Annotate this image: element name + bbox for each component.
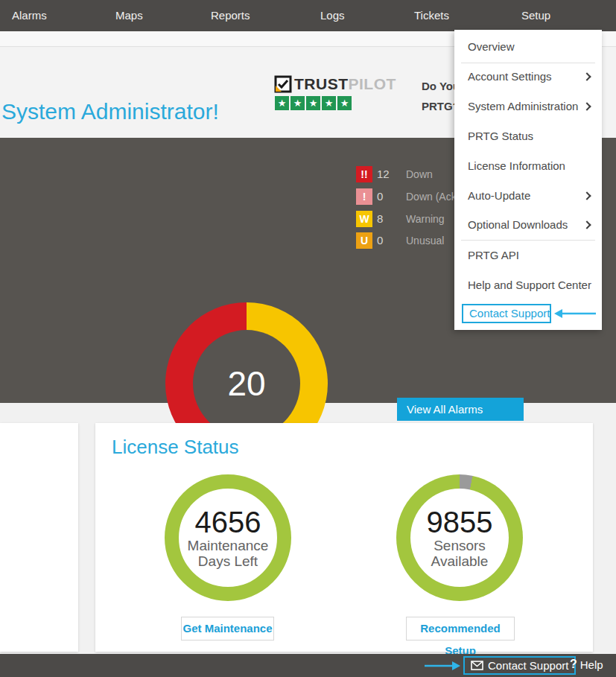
- sensors-label-line1: Sensors: [434, 538, 486, 553]
- menu-item-auto-update[interactable]: Auto-Update: [454, 181, 602, 211]
- star-icon: ★: [275, 96, 289, 110]
- menu-item-system-administration[interactable]: System Administration: [454, 92, 602, 121]
- sensors-available-value: 9855: [427, 506, 493, 538]
- arrow-right-icon: [425, 660, 460, 672]
- partial-card-left: [0, 423, 78, 652]
- license-status-card: License Status 4656 Maintenance Days Lef…: [95, 423, 593, 652]
- maintenance-label-line2: Days Left: [198, 553, 258, 569]
- star-icon: ★: [306, 96, 320, 110]
- trustpilot-check-icon: [274, 75, 292, 93]
- get-maintenance-button[interactable]: Get Maintenance: [181, 617, 274, 641]
- recommended-setup-button[interactable]: Recommended Setup: [406, 617, 515, 641]
- maintenance-label-line1: Maintenance: [188, 538, 269, 553]
- chevron-right-icon: [582, 191, 591, 200]
- top-nav-bar: Alarms Maps Reports Logs Tickets Setup: [0, 0, 616, 31]
- menu-item-license-information[interactable]: License Information: [454, 151, 602, 181]
- footer-help-button[interactable]: ? Help: [570, 658, 603, 671]
- warning-badge-icon: W: [356, 211, 372, 227]
- nav-tickets[interactable]: Tickets: [414, 0, 449, 31]
- footer-contact-support-label: Contact Support: [488, 659, 568, 672]
- down-ack-count: 0: [377, 190, 383, 203]
- menu-item-label: Auto-Update: [468, 189, 530, 202]
- view-all-alarms-button[interactable]: View All Alarms: [397, 398, 524, 421]
- maintenance-days-value: 4656: [195, 506, 261, 538]
- trustpilot-trust-text: TRUST: [294, 75, 349, 93]
- footer-contact-support-button[interactable]: Contact Support: [463, 656, 576, 675]
- star-icon: ★: [290, 96, 305, 110]
- nav-logs[interactable]: Logs: [320, 0, 345, 31]
- nav-reports[interactable]: Reports: [211, 0, 250, 31]
- menu-item-prtg-status[interactable]: PRTG Status: [454, 121, 602, 151]
- license-status-title: License Status: [112, 436, 239, 459]
- page-title: System Administrator!: [1, 99, 219, 124]
- trustpilot-pilot-text: PILOT: [349, 75, 396, 93]
- menu-item-optional-downloads[interactable]: Optional Downloads: [454, 210, 602, 240]
- alarms-donut-hole: 20: [193, 330, 300, 437]
- maintenance-gauge-chart: 4656 Maintenance Days Left: [165, 474, 291, 601]
- menu-item-contact-support[interactable]: Contact Support: [462, 304, 551, 323]
- menu-item-label: System Administration: [468, 100, 578, 112]
- menu-item-account-settings[interactable]: Account Settings: [454, 62, 602, 92]
- star-icon: ★: [337, 96, 352, 110]
- trustpilot-widget[interactable]: TRUSTPILOT ★ ★ ★ ★ ★: [274, 74, 396, 110]
- chevron-right-icon: [582, 72, 591, 80]
- footer-bar: Contact Support ? Help: [0, 654, 616, 677]
- unusual-count: 0: [377, 234, 383, 247]
- warning-count: 8: [377, 212, 383, 225]
- menu-item-label: Optional Downloads: [468, 218, 568, 231]
- chevron-right-icon: [582, 102, 591, 110]
- setup-dropdown-menu: Overview Account Settings System Adminis…: [454, 30, 602, 330]
- envelope-icon: [471, 661, 483, 670]
- down-count: 12: [377, 168, 390, 180]
- alarms-total: 20: [227, 363, 265, 404]
- nav-alarms[interactable]: Alarms: [12, 0, 47, 31]
- nav-setup[interactable]: Setup: [521, 0, 550, 31]
- unusual-label: Unusual: [406, 235, 444, 247]
- unusual-badge-icon: U: [356, 232, 372, 249]
- menu-item-help-and-support-center[interactable]: Help and Support Center: [454, 270, 602, 300]
- footer-help-label: Help: [580, 658, 603, 671]
- warning-label: Warning: [406, 213, 445, 225]
- chevron-right-icon: [582, 220, 591, 229]
- star-icon: ★: [322, 96, 336, 110]
- menu-item-overview[interactable]: Overview: [454, 32, 602, 62]
- sensors-label-line2: Available: [431, 553, 489, 569]
- nav-maps[interactable]: Maps: [115, 0, 143, 31]
- menu-item-label: Account Settings: [468, 70, 552, 83]
- help-question-icon: ?: [570, 658, 577, 671]
- arrow-left-icon: [554, 307, 597, 320]
- down-badge-icon: !!: [356, 166, 372, 182]
- trustpilot-stars: ★ ★ ★ ★ ★: [275, 96, 396, 110]
- sensors-gauge-chart: 9855 Sensors Available: [396, 474, 523, 601]
- down-label: Down: [406, 168, 433, 180]
- menu-item-prtg-api[interactable]: PRTG API: [454, 241, 602, 270]
- down-ack-badge-icon: !: [356, 188, 372, 205]
- prtg-welcome-screen: Alarms Maps Reports Logs Tickets Setup S…: [0, 0, 616, 677]
